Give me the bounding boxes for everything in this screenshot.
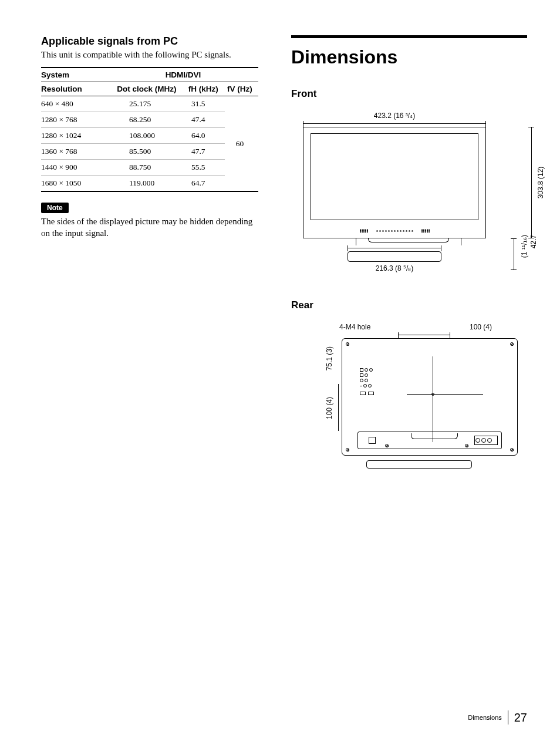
front-height-dim: 303.8 (12)	[527, 127, 535, 238]
dimensions-title: Dimensions	[291, 35, 527, 68]
signals-intro: This unit is compatible with the followi…	[41, 50, 258, 60]
front-base-width-label: 216.3 (8 ⁵/₈)	[348, 264, 441, 272]
th-fh: fH (kHz)	[185, 82, 225, 96]
signals-heading: Applicable signals from PC	[41, 35, 258, 48]
rear-h-spacing-label: 100 (4)	[470, 323, 492, 331]
rear-hole-label: 4-M4 hole	[339, 323, 370, 331]
page-footer: Dimensions 27	[468, 710, 527, 725]
monitor-front-icon	[303, 127, 486, 238]
front-stand-height-dim: 42.7 (1 ¹¹/₁₆)	[510, 238, 518, 276]
table-row: 640 × 48025.17531.560	[41, 96, 258, 112]
note-text: The sides of the displayed picture may b…	[41, 215, 258, 240]
monitor-rear-stand-icon	[366, 460, 472, 469]
th-hdmi: HDMI/DVI	[112, 68, 258, 82]
footer-section-label: Dimensions	[468, 714, 507, 721]
front-width-label: 423.2 (16 ³/₄)	[303, 112, 486, 121]
note-badge: Note	[41, 203, 69, 213]
front-diagram-block: 423.2 (16 ³/₄)	[291, 112, 527, 276]
front-heading: Front	[291, 88, 527, 100]
left-column: Applicable signals from PC This unit is …	[41, 35, 258, 492]
rear-diagram-block: 4-M4 hole 100 (4) 75.1 (3)	[291, 323, 527, 469]
rear-heading: Rear	[291, 299, 527, 311]
right-column: Dimensions Front 423.2 (16 ³/₄)	[291, 35, 527, 492]
signals-table: System HDMI/DVI Resolution Dot clock (MH…	[41, 67, 258, 192]
th-resolution: Resolution	[41, 82, 112, 96]
th-dotclock: Dot clock (MHz)	[112, 82, 185, 96]
rear-top-offset-label: 75.1 (3)	[325, 346, 333, 370]
th-system: System	[41, 68, 112, 82]
monitor-rear-icon	[342, 338, 518, 456]
th-fv: fV (Hz)	[225, 82, 258, 96]
monitor-stand-icon	[348, 251, 441, 262]
rear-v-spacing-label: 100 (4)	[325, 397, 333, 419]
footer-page-number: 27	[514, 711, 527, 725]
fv-shared-cell: 60	[225, 96, 258, 192]
